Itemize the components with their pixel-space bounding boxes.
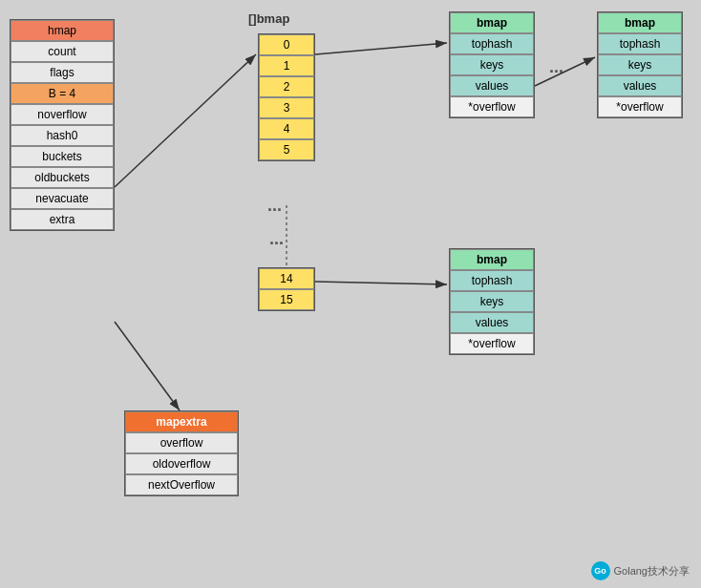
diagram: hmap count flags B = 4 noverflow hash0 b…: [0, 0, 701, 588]
bmap-array-bottom: 14 15: [258, 267, 315, 311]
bmap3-field-tophash: tophash: [450, 270, 534, 291]
bmap-index-3: 3: [259, 97, 314, 118]
svg-line-3: [535, 57, 595, 86]
dots-top-right: ...: [549, 57, 563, 77]
bmap-index-4: 4: [259, 118, 314, 139]
mapextra-label: mapextra: [125, 411, 238, 432]
svg-line-4: [315, 282, 447, 284]
watermark-text: Golang技术分享: [614, 564, 690, 578]
hmap-field-flags: flags: [11, 62, 114, 83]
bmap2-field-values: values: [598, 75, 682, 96]
dots-middle: ...: [267, 196, 282, 216]
bmap1-field-overflow: *overflow: [450, 96, 534, 117]
bmap-index-1: 1: [259, 55, 314, 76]
bmap-index-0: 0: [259, 34, 314, 55]
bmap1-field-bmap: bmap: [450, 12, 534, 33]
hmap-field-hmap: hmap: [11, 20, 114, 41]
mapextra-struct: mapextra overflow oldoverflow nextOverfl…: [124, 410, 239, 496]
bmap-struct-1: bmap tophash keys values *overflow: [449, 11, 535, 118]
bmap-index-15: 15: [259, 289, 314, 310]
bmap-struct-3: bmap tophash keys values *overflow: [449, 248, 535, 355]
svg-line-1: [115, 54, 256, 187]
bmap1-field-values: values: [450, 75, 534, 96]
hmap-field-nevacuate: nevacuate: [11, 188, 114, 209]
bmap3-field-values: values: [450, 312, 534, 333]
bmap3-field-bmap: bmap: [450, 249, 534, 270]
bmap1-field-tophash: tophash: [450, 33, 534, 54]
hmap-field-extra: extra: [11, 209, 114, 230]
hmap-field-hash0: hash0: [11, 125, 114, 146]
bmap-index-14: 14: [259, 268, 314, 289]
watermark: Go Golang技术分享: [591, 561, 690, 580]
hmap-field-B: B = 4: [11, 83, 114, 104]
bmap2-field-tophash: tophash: [598, 33, 682, 54]
svg-line-5: [115, 322, 180, 410]
bmap3-field-overflow: *overflow: [450, 333, 534, 354]
mapextra-field-nextoverflow: nextOverflow: [125, 474, 238, 495]
dots-bottom-array: ...: [269, 229, 284, 249]
bmap2-field-keys: keys: [598, 54, 682, 75]
golang-logo: Go: [591, 561, 610, 580]
bmap2-field-bmap: bmap: [598, 12, 682, 33]
hmap-field-buckets: buckets: [11, 146, 114, 167]
bmap-array-label: []bmap: [248, 11, 289, 26]
bmap1-field-keys: keys: [450, 54, 534, 75]
bmap2-field-overflow: *overflow: [598, 96, 682, 117]
bmap-struct-2: bmap tophash keys values *overflow: [597, 11, 683, 118]
hmap-field-count: count: [11, 41, 114, 62]
svg-line-2: [315, 43, 447, 54]
hmap-struct: hmap count flags B = 4 noverflow hash0 b…: [10, 19, 115, 231]
mapextra-field-overflow: overflow: [125, 432, 238, 453]
hmap-field-noverflow: noverflow: [11, 104, 114, 125]
bmap-index-5: 5: [259, 139, 314, 160]
hmap-field-oldbuckets: oldbuckets: [11, 167, 114, 188]
bmap-array-top: 0 1 2 3 4 5: [258, 33, 315, 161]
bmap-index-2: 2: [259, 76, 314, 97]
bmap3-field-keys: keys: [450, 291, 534, 312]
mapextra-field-oldoverflow: oldoverflow: [125, 453, 238, 474]
